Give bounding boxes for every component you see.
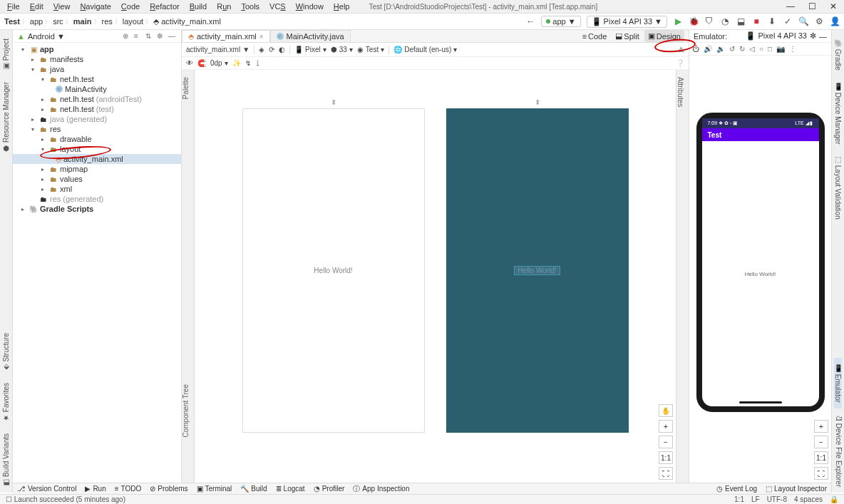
tool-terminal[interactable]: ▣ Terminal xyxy=(197,485,232,493)
breadcrumb-item[interactable]: layout xyxy=(123,17,143,26)
api-selector[interactable]: ⬢ 33 ▾ xyxy=(331,46,353,53)
tool-profiler[interactable]: ◔ Profiler xyxy=(314,485,345,493)
coverage-icon[interactable]: ⛉ xyxy=(704,16,714,26)
tool-logcat[interactable]: ≣ Logcat xyxy=(276,485,305,493)
hide-icon[interactable]: — xyxy=(168,32,177,40)
volume-up-icon[interactable]: 🔊 xyxy=(704,45,712,53)
orientation-icon[interactable]: ⟳ xyxy=(269,46,274,53)
gear-icon[interactable]: ✼ xyxy=(810,31,816,41)
tree-res[interactable]: ▾🖿res xyxy=(13,124,181,134)
menu-refactor[interactable]: Refactor xyxy=(145,1,185,12)
tool-todo[interactable]: ≡ TODO xyxy=(115,485,142,493)
view-split-button[interactable]: ⬓ Split xyxy=(612,30,642,42)
run-icon[interactable]: ▶ xyxy=(673,16,683,26)
stop-icon[interactable]: ■ xyxy=(751,16,761,26)
tool-build[interactable]: 🔨 Build xyxy=(240,485,267,493)
warnings-icon[interactable]: ⚠ xyxy=(678,46,684,53)
tool-event-log[interactable]: ◷ Event Log xyxy=(716,485,757,493)
locale-selector[interactable]: 🌐 Default (en-us) ▾ xyxy=(393,46,457,53)
menu-edit[interactable]: Edit xyxy=(25,1,48,12)
menu-run[interactable]: Run xyxy=(212,1,236,12)
margin-selector[interactable]: 0dp ▾ xyxy=(210,59,228,67)
preview-text-blueprint[interactable]: Hello World! xyxy=(514,266,560,275)
rotate-right-icon[interactable]: ↻ xyxy=(739,45,745,53)
vcs-commit-icon[interactable]: ✓ xyxy=(783,16,793,26)
tree-manifests[interactable]: ▸🖿manifests xyxy=(13,54,181,64)
ribbon-emulator[interactable]: 📱 Emulator xyxy=(834,358,842,408)
breadcrumb-item[interactable]: ⬘ activity_main.xml xyxy=(153,17,221,26)
tool-problems[interactable]: ⊘ Problems xyxy=(150,485,187,493)
ribbon-device-manager[interactable]: 📱 Device Manager xyxy=(834,76,842,150)
settings-icon[interactable]: ✼ xyxy=(157,32,165,40)
avatar-icon[interactable]: 👤 xyxy=(830,16,840,26)
tree-res-generated[interactable]: 🖿res (generated) xyxy=(13,194,181,204)
menu-file[interactable]: File xyxy=(2,1,25,12)
menu-navigate[interactable]: Navigate xyxy=(75,1,115,12)
tool-run[interactable]: ▶ Run xyxy=(85,485,106,493)
palette-rail[interactable]: PaletteComponent Tree xyxy=(182,70,195,483)
menu-help[interactable]: Help xyxy=(329,1,355,12)
window-maximize[interactable]: ☐ xyxy=(801,0,823,13)
ribbon-build-variants[interactable]: ⬒ Build Variants xyxy=(2,428,10,493)
screenshot-icon[interactable]: 📷 xyxy=(776,45,785,53)
breadcrumb-item[interactable]: app xyxy=(30,17,43,26)
zoom-full-button[interactable]: ⛶ xyxy=(659,467,673,480)
status-line-ending[interactable]: LF xyxy=(751,495,760,503)
filter-icon[interactable]: ≡ xyxy=(134,32,143,40)
ribbon-project[interactable]: ▣ Project xyxy=(2,33,10,76)
emulator-canvas[interactable]: 7:09 ❖ ✿ ◦ ▣LTE ◢ ▮ Test Hello World! + … xyxy=(689,56,831,483)
settings-gear-icon[interactable]: ⚙ xyxy=(814,16,824,26)
ribbon-gradle[interactable]: 🐘 Gradle xyxy=(834,33,842,76)
volume-down-icon[interactable]: 🔉 xyxy=(716,45,725,53)
tab-mainactivity[interactable]: cMainActivity.java xyxy=(270,30,351,42)
tree-app[interactable]: ▾▣app xyxy=(13,44,181,54)
menu-code[interactable]: Code xyxy=(116,1,145,12)
tree-activity-main-xml[interactable]: ⬘activity_main.xml xyxy=(13,154,181,164)
theme-selector[interactable]: ◉ Test ▾ xyxy=(357,46,384,53)
pan-button[interactable]: ✋ xyxy=(659,404,673,417)
help-icon[interactable]: ❔ xyxy=(676,59,684,67)
breadcrumb-item[interactable]: Test xyxy=(4,17,20,26)
clear-icon[interactable]: ↯ xyxy=(245,59,251,67)
device-type-selector[interactable]: 📱 Pixel ▾ xyxy=(294,46,326,53)
design-canvas[interactable]: ⬍ Hello World! ⬍ Hello World! ✋ + − 1:1 … xyxy=(195,70,676,483)
menu-view[interactable]: View xyxy=(48,1,76,12)
tree-pkg-test-android[interactable]: ▸🖿net.lh.test (androidTest) xyxy=(13,94,181,104)
vcs-update-icon[interactable]: ⬇ xyxy=(767,16,777,26)
menu-window[interactable]: Window xyxy=(291,1,329,12)
tree-layout[interactable]: ▾🖿layout xyxy=(13,144,181,154)
debug-icon[interactable]: 🐞 xyxy=(689,16,699,26)
design-surfaces-icon[interactable]: ◈ xyxy=(259,46,264,53)
tree-xml[interactable]: ▸🖿xml xyxy=(13,184,181,194)
tab-activity-main[interactable]: ⬘activity_main.xml× xyxy=(182,30,270,42)
menu-tools[interactable]: Tools xyxy=(236,1,264,12)
view-design-button[interactable]: ▣ Design xyxy=(644,30,684,42)
emu-zoom-in[interactable]: + xyxy=(814,420,828,433)
emu-zoom-fit[interactable]: 1:1 xyxy=(814,451,828,464)
ribbon-favorites[interactable]: ★ Favorites xyxy=(2,377,10,428)
window-close[interactable]: ✕ xyxy=(823,0,844,13)
night-mode-icon[interactable]: ◐ xyxy=(279,46,285,53)
status-position[interactable]: 1:1 xyxy=(734,495,744,503)
tree-gradle-scripts[interactable]: ▸🐘Gradle Scripts xyxy=(13,204,181,214)
tree-drawable[interactable]: ▸🖿drawable xyxy=(13,134,181,144)
wand-icon[interactable]: ✨ xyxy=(232,59,241,67)
breadcrumb-item[interactable]: main xyxy=(73,17,92,26)
tool-layout-inspector[interactable]: ⬚ Layout Inspector xyxy=(766,485,827,493)
breadcrumb-item[interactable]: res xyxy=(102,17,113,26)
attach-icon[interactable]: ⬓ xyxy=(736,16,746,26)
device-selector[interactable]: 📱Pixel 4 API 33▼ xyxy=(587,16,667,28)
profile-icon[interactable]: ◔ xyxy=(720,16,730,26)
view-code-button[interactable]: ≡ Code xyxy=(579,31,611,42)
menu-vcs[interactable]: VCS xyxy=(264,1,291,12)
more-icon[interactable]: ⋮ xyxy=(789,45,796,53)
status-lock-icon[interactable]: 🔒 xyxy=(830,495,838,503)
tool-app-inspection[interactable]: ⓘ App Inspection xyxy=(353,484,409,494)
search-icon[interactable]: 🔍 xyxy=(798,16,808,26)
tree-pkg-main[interactable]: ▾🖿net.lh.test xyxy=(13,74,181,84)
collapse-icon[interactable]: ⇅ xyxy=(145,32,154,40)
ribbon-layout-validation[interactable]: ⬚ Layout Validation xyxy=(834,150,842,225)
emu-zoom-full[interactable]: ⛶ xyxy=(814,467,828,480)
tree-java-generated[interactable]: ▸🖿java (generated) xyxy=(13,114,181,124)
magnet-icon[interactable]: 🧲 xyxy=(197,59,206,67)
